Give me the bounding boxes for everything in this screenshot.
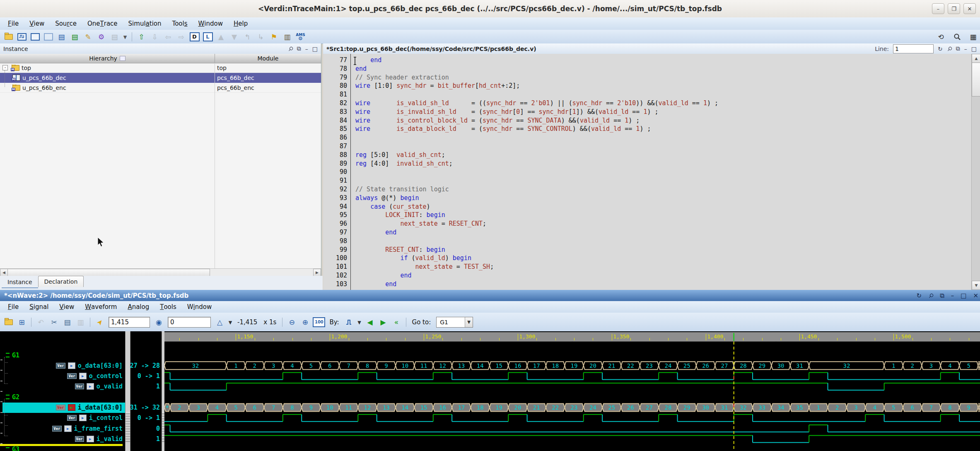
active-annotation-d-icon[interactable]: D <box>188 31 200 43</box>
play-icon[interactable]: ▶ <box>87 383 94 390</box>
nwave-menu-file[interactable]: File <box>2 301 24 313</box>
history-icon[interactable]: ⟲ <box>935 31 947 43</box>
menu-help[interactable]: Help <box>228 17 253 30</box>
signal-row-o_control[interactable]: Ver▶o_control <box>0 371 125 381</box>
play-icon[interactable]: ▶ <box>64 425 72 432</box>
trace-driver-icon[interactable]: ↰ <box>241 31 253 43</box>
play-icon[interactable]: ▶ <box>68 404 75 411</box>
menu-source[interactable]: Source <box>50 17 82 30</box>
cut-icon[interactable]: ✂ <box>48 316 60 328</box>
paste-icon[interactable]: ▥ <box>75 316 87 328</box>
signal-row-i_valid[interactable]: Ver▶i_valid <box>0 434 125 444</box>
prev-edge-icon[interactable]: ◀ <box>364 316 376 328</box>
scroll-right-icon[interactable]: ▶ <box>313 269 321 276</box>
menu-view[interactable]: View <box>24 17 50 30</box>
menu-tools[interactable]: Tools <box>167 17 193 30</box>
first-edge-icon[interactable]: « <box>391 316 403 328</box>
toolbox-icon[interactable]: ▥ <box>281 31 293 43</box>
minimize-icon[interactable]: – <box>964 46 967 52</box>
scroll-up-icon[interactable]: ▲ <box>972 54 980 63</box>
float-icon[interactable]: ⧉ <box>297 45 301 52</box>
menu-onetrace[interactable]: OneTrace <box>82 17 123 30</box>
search-by-edge-icon[interactable] <box>343 316 355 328</box>
instance-row-u_pcs_66b_dec[interactable]: u_pcs_66b_decpcs_66b_dec <box>0 73 321 83</box>
new-schematic-window-icon[interactable] <box>29 31 41 43</box>
instance-hscrollbar[interactable]: ◀ ▶ <box>0 268 321 276</box>
ams-settings-icon[interactable]: AMS⚙ <box>294 31 307 43</box>
forward-icon[interactable]: ⇨ <box>175 31 187 43</box>
expander-icon[interactable]: - <box>2 65 8 70</box>
back-icon[interactable]: ⇦ <box>162 31 174 43</box>
next-edge-icon[interactable]: ▶ <box>377 316 389 328</box>
apps-grid-icon[interactable]: ▦ <box>967 31 979 43</box>
waveform-canvas[interactable] <box>164 331 980 451</box>
new-source-tab-icon[interactable]: ▤ <box>69 31 81 43</box>
open-file-icon[interactable] <box>2 316 14 328</box>
menu-file[interactable]: File <box>2 17 24 30</box>
column-hierarchy[interactable]: Hierarchy <box>0 54 215 63</box>
marker-icon[interactable]: ◉ <box>153 316 165 328</box>
minimize-icon[interactable]: – <box>305 46 308 52</box>
snapshot-window-icon[interactable] <box>42 31 54 43</box>
bookmark-icon[interactable]: ⚑ <box>268 31 280 43</box>
source-vscrollbar[interactable]: ▲ ▼ <box>971 54 980 290</box>
source-code-area[interactable]: 77 end78end79// Sync header extraction80… <box>323 54 971 292</box>
play-icon[interactable]: ▶ <box>68 362 75 369</box>
pin-icon[interactable] <box>927 292 934 299</box>
instance-row-top[interactable]: -toptop <box>0 63 321 73</box>
column-module[interactable]: Module <box>215 54 321 63</box>
zoom-out-icon[interactable]: ⊖ <box>286 316 298 328</box>
nwave-menu-tools[interactable]: Tools <box>154 301 182 313</box>
scroll-thumb[interactable] <box>7 269 210 276</box>
signal-row-i_frame_first[interactable]: Ver▶i_frame_first <box>0 423 125 434</box>
undo-icon[interactable]: ↶ <box>35 316 47 328</box>
cursor-arrow-icon[interactable]: ➤ <box>91 314 108 330</box>
cursor-time-input[interactable]: 1,415 <box>109 317 150 328</box>
signal-row-o_data_63_0_[interactable]: Ver▶o_data[63:0] <box>0 360 125 371</box>
chevron-down-icon[interactable]: ▼ <box>465 317 473 327</box>
play-icon[interactable]: ▶ <box>79 415 87 421</box>
report-icon[interactable]: ▤ <box>109 31 121 43</box>
marker-time-input[interactable]: 0 <box>168 317 211 328</box>
signal-value-panel[interactable]: 27 -> 280 -> 1131 -> 320 -> 101 <box>130 331 162 451</box>
nwave-menu-analog[interactable]: Analog <box>122 301 154 313</box>
maximize-icon[interactable]: □ <box>961 292 966 299</box>
go-down-scope-icon[interactable]: ⇩ <box>149 31 161 43</box>
tab-instance[interactable]: Instance <box>2 277 38 288</box>
play-icon[interactable]: ▶ <box>87 436 94 442</box>
pin-icon[interactable] <box>287 45 294 52</box>
minimize-button[interactable]: – <box>932 3 944 14</box>
float-icon[interactable]: ⧉ <box>940 292 944 299</box>
report-dropdown-icon[interactable]: ▾ <box>122 31 128 43</box>
close-button[interactable]: ✕ <box>963 3 976 14</box>
signal-group-G1[interactable]: G1 <box>0 350 125 360</box>
maximize-icon[interactable]: □ <box>971 46 977 52</box>
nwave-menu-window[interactable]: Window <box>182 301 217 313</box>
pin-icon[interactable] <box>946 45 953 52</box>
column-divider[interactable] <box>215 63 215 268</box>
signal-row-o_valid[interactable]: Ver▶o_valid <box>0 381 125 392</box>
minimize-icon[interactable]: – <box>951 292 954 299</box>
nwave-menu-signal[interactable]: Signal <box>24 301 54 313</box>
copy-icon[interactable]: ▤ <box>61 316 73 328</box>
signal-row-i_data_63_0_[interactable]: Ver▶i_data[63:0] <box>2 403 125 413</box>
edge-dropdown-icon[interactable]: ▾ <box>356 316 363 328</box>
delta-dropdown-icon[interactable]: ▾ <box>227 316 234 328</box>
close-icon[interactable]: ✕ <box>973 292 978 299</box>
new-waveform-window-icon[interactable] <box>16 31 28 43</box>
instance-tree[interactable]: -toptopu_pcs_66b_decpcs_66b_decu_pcs_66b… <box>0 63 321 268</box>
trace-load-icon[interactable]: ↳ <box>255 31 267 43</box>
reload-icon[interactable]: ↻ <box>938 46 943 52</box>
float-icon[interactable]: ⧉ <box>956 45 960 52</box>
open-file-icon[interactable] <box>2 31 14 43</box>
instance-row-u_pcs_66b_enc[interactable]: u_pcs_66b_encpcs_66b_enc <box>0 83 321 93</box>
play-icon[interactable]: ▶ <box>79 373 87 379</box>
get-signals-icon[interactable]: ⊞ <box>16 316 28 328</box>
line-number-input[interactable]: 1 <box>893 44 934 53</box>
reload-icon[interactable]: ↻ <box>916 292 922 299</box>
delta-icon[interactable]: △ <box>214 316 226 328</box>
tab-declaration[interactable]: Declaration <box>38 276 84 287</box>
active-annotation-l-icon[interactable]: L <box>202 31 214 43</box>
trace-up-icon[interactable]: ▲ <box>215 31 227 43</box>
goto-select[interactable]: G1▼ <box>436 317 473 328</box>
